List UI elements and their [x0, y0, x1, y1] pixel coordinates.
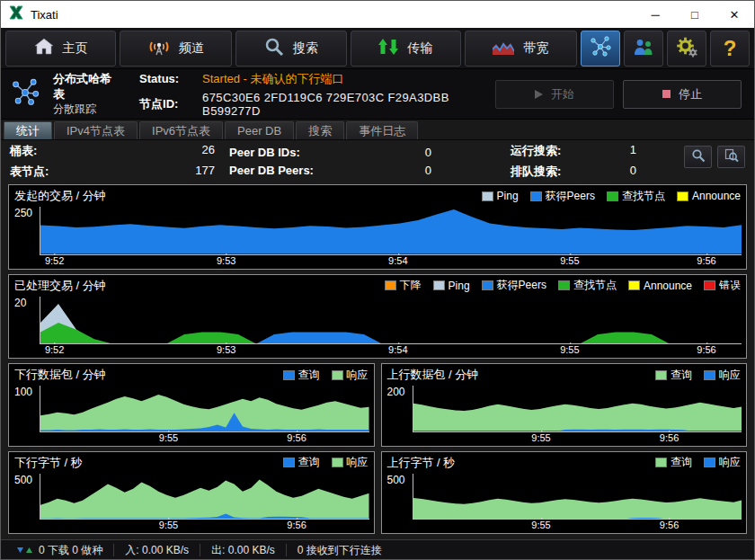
minimize-button[interactable]: ─: [635, 1, 675, 28]
legend-item: 查询: [283, 455, 320, 470]
x-tick-label: 9:56: [287, 432, 306, 443]
chart-header: 下行数据包 / 分钟 查询响应: [9, 364, 374, 383]
status-bar: 0 下载 0 做种 入: 0.00 KB/s 出: 0.00 KB/s 0 接收…: [1, 539, 754, 559]
legend-swatch: [628, 280, 640, 290]
legend-label: 查找节点: [573, 278, 617, 293]
y-axis-max-label: 200: [387, 386, 405, 398]
legend-label: 查询: [298, 368, 320, 383]
chart-incoming-packets: 下行数据包 / 分钟 查询响应 100 9:559:56: [8, 363, 375, 447]
tab-ipv4-node-table[interactable]: IPv4节点表: [54, 121, 138, 139]
close-button[interactable]: ✕: [715, 1, 754, 28]
legend-swatch: [530, 191, 542, 201]
tab-peer-db[interactable]: Peer DB: [225, 121, 294, 139]
x-axis-labels: 9:559:56: [413, 519, 742, 531]
dht-button[interactable]: [581, 31, 620, 67]
start-button[interactable]: 开始: [495, 80, 614, 109]
node-id-label: 节点ID:: [139, 96, 195, 112]
search-button[interactable]: 搜索: [235, 31, 346, 67]
maximize-button[interactable]: □: [675, 1, 715, 28]
legend-label: 查找节点: [622, 189, 665, 204]
legend-label: 查询: [671, 455, 692, 470]
find-search-button[interactable]: [717, 146, 745, 168]
chart-plot-area: 500 9:559:56: [9, 471, 374, 534]
legend-swatch: [607, 191, 618, 201]
main-toolbar: 主页 频道 搜索: [1, 28, 754, 69]
chart-plot: 9:559:56: [413, 386, 742, 432]
legend-item: 查询: [655, 455, 692, 470]
chart-title: 发起的交易 / 分钟: [14, 188, 106, 204]
magnifier-icon: [691, 148, 706, 165]
chart-plot-area: 250 9:529:539:549:559:56: [9, 204, 746, 269]
bandwidth-label: 带宽: [523, 40, 548, 57]
status-incoming-connections: 0 接收到下行连接: [287, 544, 393, 556]
x-tick-label: 9:56: [287, 520, 306, 530]
status-upload-rate: 出: 0.00 KB/s: [200, 544, 287, 556]
dht-stats-panel: 桶表: 26 表节点: 177 Peer DB IDs: 0 Peer DB P…: [1, 140, 754, 182]
stat-queued-searches: 排队搜索: 0: [511, 164, 636, 180]
transfers-label: 传输: [407, 40, 432, 57]
legend-item: 查询: [283, 368, 320, 383]
gear-icon: [676, 36, 697, 60]
tab-statistics[interactable]: 统计: [4, 121, 52, 139]
help-button[interactable]: ?: [710, 31, 750, 67]
chart-legend: Ping获得Peers查找节点Announce: [470, 189, 741, 204]
legend-item: 响应: [332, 368, 369, 383]
legend-swatch: [283, 458, 295, 467]
window-title: Tixati: [31, 8, 58, 22]
legend-label: 下降: [400, 278, 422, 293]
tab-search[interactable]: 搜索: [296, 121, 344, 139]
tab-event-log[interactable]: 事件日志: [346, 121, 418, 139]
stats-column-table: 桶表: 26 表节点: 177: [10, 143, 215, 180]
up-down-arrows-icon: [378, 38, 398, 58]
legend-swatch: [385, 280, 396, 290]
bandwidth-button[interactable]: 带宽: [465, 31, 577, 67]
channels-label: 频道: [179, 40, 204, 57]
status-download-rate: 入: 0.00 KB/s: [114, 544, 200, 556]
legend-label: 获得Peers: [497, 278, 546, 293]
legend-swatch: [704, 458, 715, 467]
x-tick-label: 9:54: [388, 255, 407, 266]
legend-label: 响应: [347, 455, 369, 470]
home-button[interactable]: 主页: [5, 31, 116, 67]
x-tick-label: 9:53: [217, 344, 235, 355]
x-axis-labels: 9:529:539:549:559:56: [40, 254, 742, 267]
transfer-arrows-icon: [17, 544, 33, 556]
dht-actions: 开始 停止: [495, 80, 745, 109]
transfers-button[interactable]: 传输: [351, 31, 461, 67]
legend-label: Ping: [449, 280, 470, 292]
chart-title: 上行数据包 / 分钟: [387, 367, 479, 383]
legend-label: 错误: [719, 278, 741, 293]
chart-plot: 9:559:56: [40, 386, 369, 432]
legend-item: Ping: [433, 280, 470, 292]
y-axis-max-label: 500: [14, 474, 32, 486]
x-tick-label: 9:54: [388, 344, 407, 355]
legend-item: 错误: [704, 278, 741, 293]
legend-label: 响应: [719, 455, 741, 470]
y-axis-max-label: 250: [14, 207, 32, 219]
legend-swatch: [704, 280, 715, 290]
chart-header: 上行数据包 / 分钟 查询响应: [382, 364, 747, 383]
new-search-button[interactable]: [684, 146, 712, 168]
x-tick-label: 9:55: [531, 520, 550, 530]
x-tick-label: 9:56: [660, 432, 679, 443]
tab-ipv6-node-table[interactable]: IPv6节点表: [139, 121, 223, 139]
status-value: Started - 未确认的下行端口: [202, 71, 483, 87]
window-controls: ─ □ ✕: [635, 1, 754, 28]
peers-button[interactable]: [624, 31, 663, 67]
chart-handled-transactions: 已处理交易 / 分钟 下降Ping获得Peers查找节点Announce错误 2…: [8, 274, 747, 360]
stats-actions: [684, 146, 745, 168]
peers-icon: [633, 38, 654, 58]
chart-header: 发起的交易 / 分钟 Ping获得Peers查找节点Announce: [9, 185, 746, 204]
title-bar: Tixati ─ □ ✕: [1, 1, 754, 28]
x-tick-label: 9:53: [217, 255, 235, 266]
dht-status-block: Status: Started - 未确认的下行端口 节点ID: 675C30E…: [139, 71, 483, 118]
series-queries: [413, 403, 742, 431]
stat-peerdb-peers: Peer DB Peers: 0: [229, 164, 431, 177]
legend-item: Ping: [482, 190, 519, 202]
node-id-value: 675C30E6 2FD119C6 729E703C F29A3DBB B599…: [202, 91, 483, 118]
chart-outgoing-bytes: 上行字节 / 秒 查询响应 500 9:559:56: [381, 451, 748, 535]
stop-button[interactable]: 停止: [623, 80, 742, 109]
y-axis-max-label: 20: [14, 297, 26, 309]
channels-button[interactable]: 频道: [120, 31, 232, 67]
settings-button[interactable]: [667, 31, 706, 67]
